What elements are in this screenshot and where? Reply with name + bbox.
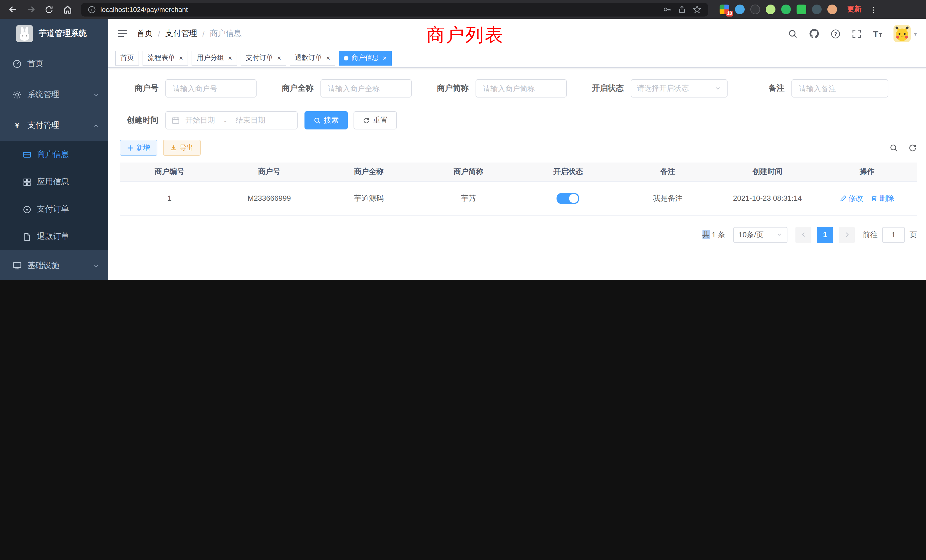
extension-badge: 10 [726,11,733,17]
end-date-placeholder: 结束日期 [236,115,265,126]
col-merchant-short: 商户简称 [419,162,519,182]
sidebar-item-pay-order[interactable]: 支付订单 [0,195,108,223]
status-label: 开启状态 [585,83,631,94]
extension-pinwheel-icon[interactable] [812,5,822,14]
sidebar-item-app-info[interactable]: 应用信息 [0,168,108,195]
github-icon[interactable] [809,29,820,39]
tab-label: 流程表单 [148,53,175,63]
navbar-actions: ? TT ▾ [788,25,917,42]
sidebar-item-label: 支付管理 [27,120,59,130]
status-select[interactable]: 请选择开启状态 [631,79,728,97]
breadcrumb-payment[interactable]: 支付管理 [165,29,197,39]
tab-merchant-info[interactable]: 商户信息 × [339,50,392,65]
search-button[interactable]: 搜索 [304,111,348,129]
refresh-table-icon[interactable] [908,144,917,152]
main-area: 首页 / 支付管理 / 商户信息 商户列表 ? [108,19,926,280]
search-icon[interactable] [788,29,798,38]
extension-dark-icon[interactable] [750,5,760,14]
breadcrumb-home[interactable]: 首页 [137,29,153,39]
tab-pay-order[interactable]: 支付订单 × [241,50,286,65]
back-icon[interactable] [6,3,20,16]
password-key-icon[interactable] [663,5,671,14]
sidebar-item-label: 支付订单 [37,204,69,215]
merchant-short-input[interactable] [475,79,567,97]
extension-drop-icon[interactable] [735,5,745,14]
delete-link[interactable]: 删除 [871,193,894,203]
browser-menu-icon[interactable]: ⋮ [870,5,878,14]
remark-input[interactable] [791,79,888,97]
extension-avatar-icon[interactable] [766,5,775,14]
payment-submenu: 商户信息 应用信息 支付订单 [0,141,108,250]
chevron-down-icon [714,85,721,92]
sidebar-item-merchant-info[interactable]: 商户信息 [0,141,108,168]
monitor-icon [12,261,22,270]
tab-label: 退款订单 [295,53,322,63]
close-icon[interactable]: × [383,54,387,61]
total-suffix: 条 [718,230,725,239]
reset-button[interactable]: 重置 [354,111,397,129]
site-info-icon[interactable] [88,5,96,14]
edit-icon [840,195,847,201]
help-icon[interactable]: ? [831,29,841,38]
chrome-update-button[interactable]: 更新 [847,5,862,14]
font-size-icon[interactable]: TT [873,29,882,38]
merchant-no-input[interactable] [165,79,257,97]
target-icon [23,205,31,213]
url-bar[interactable]: localhost:1024/pay/merchant [81,3,708,16]
close-icon[interactable]: × [228,54,232,61]
logo-avatar [16,25,33,42]
merchant-name-input[interactable] [321,79,412,97]
sidebar: 芋道管理系统 首页 系统管理 ¥ [0,19,108,280]
hamburger-icon[interactable] [118,29,128,38]
share-icon[interactable] [678,5,686,14]
tab-process-form[interactable]: 流程表单 × [142,50,188,65]
next-page-button[interactable] [839,227,855,243]
calendar-icon [172,117,180,124]
sidebar-item-payment[interactable]: ¥ 支付管理 [0,110,108,141]
toggle-search-icon[interactable] [890,144,898,152]
tab-home[interactable]: 首页 [115,50,139,65]
extension-notes-icon[interactable] [797,5,806,14]
tab-user-group[interactable]: 用户分组 × [192,50,237,65]
create-time-range-picker[interactable]: 开始日期 - 结束日期 [165,111,298,129]
reload-icon[interactable] [42,3,56,16]
yen-icon: ¥ [12,121,22,130]
screen: localhost:1024/pay/merchant 10 [0,0,926,280]
sidebar-item-home[interactable]: 首页 [0,48,108,79]
prev-page-button[interactable] [796,227,811,243]
bookmark-star-icon[interactable] [693,5,701,14]
top-navbar: 首页 / 支付管理 / 商户信息 商户列表 ? [108,19,926,48]
extension-puzzle-icon[interactable]: 10 [720,5,729,14]
table-header-row: 商户编号 商户号 商户全称 商户简称 开启状态 备注 创建时间 操作 [120,162,917,182]
fullscreen-icon[interactable] [852,29,862,38]
breadcrumb-separator: / [203,29,205,38]
cell-merchant-short: 芋艿 [419,182,519,215]
add-button[interactable]: 新增 [120,140,157,156]
extension-green-icon[interactable] [781,5,791,14]
caret-down-icon: ▾ [914,30,917,37]
page-number-button[interactable]: 1 [817,227,833,243]
sidebar-item-refund-order[interactable]: 退款订单 [0,223,108,250]
status-toggle[interactable] [557,192,580,204]
toggle-knob [569,194,578,203]
close-icon[interactable]: × [326,54,330,61]
goto-page-input[interactable] [882,227,905,243]
close-icon[interactable]: × [179,54,183,61]
close-icon[interactable]: × [277,54,281,61]
export-button[interactable]: 导出 [163,140,201,156]
sidebar-item-infra[interactable]: 基础设施 [0,250,108,280]
page-size-select[interactable]: 10条/页 [733,227,787,243]
tab-refund-order[interactable]: 退款订单 × [290,50,335,65]
chevron-down-icon [776,232,782,238]
forward-icon[interactable] [24,3,38,16]
home-icon[interactable] [61,3,74,16]
sidebar-item-system[interactable]: 系统管理 [0,79,108,110]
user-avatar-menu[interactable]: ▾ [894,25,917,42]
gear-icon [12,90,22,99]
svg-text:¥: ¥ [15,121,20,130]
cell-merchant-name: 芋道源码 [319,182,419,215]
document-icon [23,232,31,241]
cell-actions: 修改 删除 [817,182,917,215]
extension-profile-icon[interactable] [828,5,837,14]
edit-link[interactable]: 修改 [840,193,863,203]
